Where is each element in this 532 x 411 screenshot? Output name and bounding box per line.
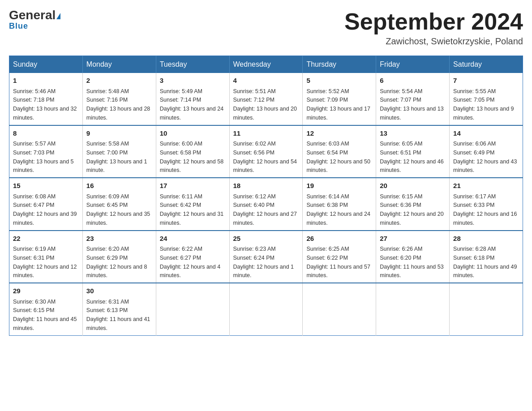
- day-info: Sunrise: 6:05 AMSunset: 6:51 PMDaylight:…: [380, 141, 443, 173]
- day-number: 11: [233, 128, 299, 139]
- day-number: 21: [453, 181, 519, 191]
- day-number: 23: [86, 234, 152, 244]
- day-number: 25: [233, 234, 299, 244]
- calendar-cell: [229, 283, 303, 335]
- day-info: Sunrise: 6:06 AMSunset: 6:49 PMDaylight:…: [453, 141, 517, 173]
- weekday-header-friday: Friday: [376, 56, 450, 73]
- day-info: Sunrise: 6:11 AMSunset: 6:42 PMDaylight:…: [160, 193, 223, 226]
- day-number: 13: [380, 128, 446, 139]
- calendar-cell: 17Sunrise: 6:11 AMSunset: 6:42 PMDayligh…: [156, 178, 229, 231]
- calendar-week-4: 22Sunrise: 6:19 AMSunset: 6:31 PMDayligh…: [9, 231, 523, 283]
- day-info: Sunrise: 6:08 AMSunset: 6:47 PMDaylight:…: [13, 193, 77, 226]
- day-number: 15: [13, 181, 79, 191]
- day-info: Sunrise: 6:31 AMSunset: 6:13 PMDaylight:…: [86, 299, 150, 331]
- day-info: Sunrise: 6:09 AMSunset: 6:45 PMDaylight:…: [86, 193, 150, 226]
- calendar-cell: 5Sunrise: 5:52 AMSunset: 7:09 PMDaylight…: [303, 73, 376, 125]
- calendar-week-2: 8Sunrise: 5:57 AMSunset: 7:03 PMDaylight…: [9, 125, 523, 178]
- calendar-cell: 23Sunrise: 6:20 AMSunset: 6:29 PMDayligh…: [82, 231, 156, 283]
- day-info: Sunrise: 5:58 AMSunset: 7:00 PMDaylight:…: [86, 141, 147, 173]
- day-info: Sunrise: 6:23 AMSunset: 6:24 PMDaylight:…: [233, 246, 294, 278]
- logo: General Blue: [9, 9, 60, 31]
- day-number: 14: [453, 128, 519, 139]
- calendar-cell: 3Sunrise: 5:49 AMSunset: 7:14 PMDaylight…: [156, 73, 229, 125]
- calendar-cell: 22Sunrise: 6:19 AMSunset: 6:31 PMDayligh…: [9, 231, 83, 283]
- day-info: Sunrise: 6:28 AMSunset: 6:18 PMDaylight:…: [453, 246, 517, 278]
- weekday-header-wednesday: Wednesday: [229, 56, 303, 73]
- calendar-cell: 18Sunrise: 6:12 AMSunset: 6:40 PMDayligh…: [229, 178, 303, 231]
- calendar-cell: [156, 283, 229, 335]
- day-info: Sunrise: 5:48 AMSunset: 7:16 PMDaylight:…: [86, 88, 150, 121]
- calendar-cell: 7Sunrise: 5:55 AMSunset: 7:05 PMDaylight…: [450, 73, 523, 125]
- day-info: Sunrise: 6:19 AMSunset: 6:31 PMDaylight:…: [13, 246, 77, 278]
- day-info: Sunrise: 6:03 AMSunset: 6:54 PMDaylight:…: [306, 141, 370, 173]
- day-info: Sunrise: 6:02 AMSunset: 6:56 PMDaylight:…: [233, 141, 297, 173]
- day-info: Sunrise: 5:51 AMSunset: 7:12 PMDaylight:…: [233, 88, 297, 121]
- calendar-cell: [450, 283, 523, 335]
- calendar-cell: 6Sunrise: 5:54 AMSunset: 7:07 PMDaylight…: [376, 73, 450, 125]
- day-info: Sunrise: 6:12 AMSunset: 6:40 PMDaylight:…: [233, 193, 297, 226]
- day-info: Sunrise: 6:15 AMSunset: 6:36 PMDaylight:…: [380, 193, 443, 226]
- calendar-cell: 24Sunrise: 6:22 AMSunset: 6:27 PMDayligh…: [156, 231, 229, 283]
- weekday-header-thursday: Thursday: [303, 56, 376, 73]
- weekday-header-tuesday: Tuesday: [156, 56, 229, 73]
- calendar-cell: 15Sunrise: 6:08 AMSunset: 6:47 PMDayligh…: [9, 178, 83, 231]
- calendar-cell: 4Sunrise: 5:51 AMSunset: 7:12 PMDaylight…: [229, 73, 303, 125]
- day-number: 30: [86, 286, 152, 296]
- day-number: 1: [13, 76, 79, 86]
- calendar-cell: 14Sunrise: 6:06 AMSunset: 6:49 PMDayligh…: [450, 125, 523, 178]
- day-info: Sunrise: 5:52 AMSunset: 7:09 PMDaylight:…: [306, 88, 370, 121]
- location: Zawichost, Swietokrzyskie, Poland: [344, 36, 523, 47]
- month-title: September 2024: [344, 9, 523, 34]
- calendar-cell: 9Sunrise: 5:58 AMSunset: 7:00 PMDaylight…: [82, 125, 156, 178]
- day-info: Sunrise: 6:30 AMSunset: 6:15 PMDaylight:…: [13, 299, 77, 331]
- day-number: 5: [306, 76, 372, 86]
- day-number: 10: [160, 128, 226, 139]
- day-number: 22: [13, 234, 79, 244]
- calendar-cell: 16Sunrise: 6:09 AMSunset: 6:45 PMDayligh…: [82, 178, 156, 231]
- day-info: Sunrise: 5:49 AMSunset: 7:14 PMDaylight:…: [160, 88, 223, 121]
- calendar-cell: 10Sunrise: 6:00 AMSunset: 6:58 PMDayligh…: [156, 125, 229, 178]
- day-number: 24: [160, 234, 226, 244]
- day-info: Sunrise: 6:22 AMSunset: 6:27 PMDaylight:…: [160, 246, 221, 278]
- day-info: Sunrise: 6:20 AMSunset: 6:29 PMDaylight:…: [86, 246, 147, 278]
- day-number: 17: [160, 181, 226, 191]
- day-info: Sunrise: 6:25 AMSunset: 6:22 PMDaylight:…: [306, 246, 370, 278]
- day-info: Sunrise: 6:26 AMSunset: 6:20 PMDaylight:…: [380, 246, 443, 278]
- calendar-cell: 13Sunrise: 6:05 AMSunset: 6:51 PMDayligh…: [376, 125, 450, 178]
- day-number: 3: [160, 76, 226, 86]
- calendar-cell: [303, 283, 376, 335]
- calendar-cell: 20Sunrise: 6:15 AMSunset: 6:36 PMDayligh…: [376, 178, 450, 231]
- calendar-cell: 2Sunrise: 5:48 AMSunset: 7:16 PMDaylight…: [82, 73, 156, 125]
- day-number: 28: [453, 234, 519, 244]
- calendar-cell: 25Sunrise: 6:23 AMSunset: 6:24 PMDayligh…: [229, 231, 303, 283]
- day-number: 9: [86, 128, 152, 139]
- day-info: Sunrise: 6:17 AMSunset: 6:33 PMDaylight:…: [453, 193, 517, 226]
- calendar-cell: 11Sunrise: 6:02 AMSunset: 6:56 PMDayligh…: [229, 125, 303, 178]
- day-number: 26: [306, 234, 372, 244]
- logo-blue-text: Blue: [9, 21, 28, 31]
- day-info: Sunrise: 5:55 AMSunset: 7:05 PMDaylight:…: [453, 88, 514, 121]
- calendar-cell: 21Sunrise: 6:17 AMSunset: 6:33 PMDayligh…: [450, 178, 523, 231]
- day-number: 27: [380, 234, 446, 244]
- title-section: September 2024 Zawichost, Swietokrzyskie…: [344, 9, 523, 47]
- calendar-cell: 1Sunrise: 5:46 AMSunset: 7:18 PMDaylight…: [9, 73, 83, 125]
- calendar-cell: 27Sunrise: 6:26 AMSunset: 6:20 PMDayligh…: [376, 231, 450, 283]
- calendar-cell: 29Sunrise: 6:30 AMSunset: 6:15 PMDayligh…: [9, 283, 83, 335]
- calendar-cell: 8Sunrise: 5:57 AMSunset: 7:03 PMDaylight…: [9, 125, 83, 178]
- weekday-header-monday: Monday: [82, 56, 156, 73]
- day-number: 12: [306, 128, 372, 139]
- day-info: Sunrise: 5:54 AMSunset: 7:07 PMDaylight:…: [380, 88, 443, 121]
- calendar-cell: 26Sunrise: 6:25 AMSunset: 6:22 PMDayligh…: [303, 231, 376, 283]
- calendar-cell: 19Sunrise: 6:14 AMSunset: 6:38 PMDayligh…: [303, 178, 376, 231]
- page-header: General Blue September 2024 Zawichost, S…: [9, 9, 523, 47]
- weekday-header-saturday: Saturday: [450, 56, 523, 73]
- calendar-cell: 28Sunrise: 6:28 AMSunset: 6:18 PMDayligh…: [450, 231, 523, 283]
- day-number: 2: [86, 76, 152, 86]
- day-number: 16: [86, 181, 152, 191]
- calendar-cell: [376, 283, 450, 335]
- logo-text: General: [9, 9, 60, 21]
- calendar-week-3: 15Sunrise: 6:08 AMSunset: 6:47 PMDayligh…: [9, 178, 523, 231]
- day-number: 18: [233, 181, 299, 191]
- day-number: 20: [380, 181, 446, 191]
- calendar-cell: 30Sunrise: 6:31 AMSunset: 6:13 PMDayligh…: [82, 283, 156, 335]
